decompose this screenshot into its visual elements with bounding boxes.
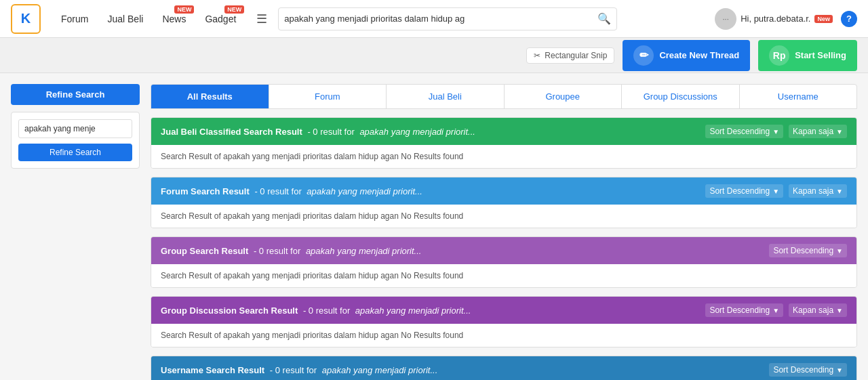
sort-dropdown-group[interactable]: Sort Descending ▼ [769,244,847,257]
sort-chevron-username: ▼ [836,366,843,374]
help-button[interactable]: ? [841,11,857,27]
result-title-jual-beli: Jual Beli Classified Search Result [161,127,302,137]
refine-search-top-button[interactable]: Refine Search [11,84,140,105]
sort-label-jual-beli: Sort Descending [709,127,770,136]
sort-label-forum: Sort Descending [709,186,770,196]
result-meta-group: - 0 result for [251,246,300,256]
start-selling-button[interactable]: Rp Start Selling [758,40,857,71]
main-content: Refine Search Refine Search All Results … [0,73,868,380]
create-thread-icon: ✏ [633,45,654,66]
result-body-jual-beli: Search Result of apakah yang menjadi pri… [151,145,856,168]
result-section-group: Group Search Result - 0 result for apaka… [151,236,857,288]
result-meta-group-discussion: - 0 result for [300,305,350,316]
result-header-right-forum: Sort Descending ▼ Kapan saja▼ [705,184,847,198]
snip-label: Rectangular Snip [545,51,607,60]
result-header-left-group: Group Search Result - 0 result for apaka… [161,246,421,256]
sort-chevron-group-discussion: ▼ [772,307,779,314]
start-selling-label: Start Selling [795,50,846,60]
nav-gadget[interactable]: Gadget NEW [195,0,245,38]
result-body-text-group-discussion: Search Result of apakah yang menjadi pri… [161,331,463,340]
sort-dropdown-group-discussion[interactable]: Sort Descending ▼ [705,303,783,317]
result-query-jual-beli: apakah yang menjadi priorit... [357,127,475,137]
result-title-group: Group Search Result [161,246,248,256]
result-body-text-jual-beli: Search Result of apakah yang menjadi pri… [161,152,463,161]
result-title-group-discussion: Group Discussion Search Result [161,305,298,316]
nav-jual-beli[interactable]: Jual Beli [98,0,153,38]
sort-label-group-discussion: Sort Descending [709,305,770,315]
result-header-left-group-discussion: Group Discussion Search Result - 0 resul… [161,305,471,316]
search-button[interactable]: 🔍 [597,12,611,25]
kapan-dropdown-group-discussion[interactable]: Kapan saja▼ [789,303,847,317]
sort-dropdown-forum[interactable]: Sort Descending ▼ [705,184,783,198]
tab-all-results[interactable]: All Results [151,85,269,108]
user-info: ··· Hi, putra.debata.r. New [715,8,833,30]
result-header-right-username: Sort Descending ▼ [769,363,847,377]
result-query-forum: apakah yang menjadi priorit... [304,186,422,196]
result-header-left-forum: Forum Search Result - 0 result for apaka… [161,186,422,196]
kapan-label-forum: Kapan saja [793,186,833,196]
result-header-right-group: Sort Descending ▼ [769,244,847,257]
tab-forum[interactable]: Forum [269,85,387,108]
tab-group-discussions[interactable]: Group Discussions [622,85,740,108]
kapan-label-jual-beli: Kapan saja [793,127,833,136]
sort-chevron-forum: ▼ [772,188,779,195]
kapan-chevron-forum: ▼ [836,188,843,195]
sort-dropdown-username[interactable]: Sort Descending ▼ [769,363,847,377]
result-query-group-discussion: apakah yang menjadi priorit... [353,305,471,316]
user-new-badge: New [814,15,833,23]
header: K Forum Jual Beli News NEW Gadget NEW ☰ … [0,0,868,38]
result-section-jual-beli: Jual Beli Classified Search Result - 0 r… [151,117,857,169]
sidebar-search-input[interactable] [18,119,132,138]
kapan-chevron-group-discussion: ▼ [836,307,843,314]
sort-chevron-jual-beli: ▼ [772,128,779,135]
results-container: Jual Beli Classified Search Result - 0 r… [151,117,857,380]
refine-search-button[interactable]: Refine Search [18,144,132,161]
sidebar: Refine Search Refine Search [11,84,140,380]
gadget-new-badge: NEW [224,5,244,14]
kapan-label-group-discussion: Kapan saja [793,305,833,315]
tab-username[interactable]: Username [740,85,857,108]
result-meta-forum: - 0 result for [252,186,302,196]
tab-groupee[interactable]: Groupee [505,85,623,108]
result-body-group-discussion: Search Result of apakah yang menjadi pri… [151,324,856,347]
news-new-badge: NEW [174,5,194,14]
create-thread-label: Create New Thread [659,50,739,60]
result-header-left-jual-beli: Jual Beli Classified Search Result - 0 r… [161,127,475,137]
hamburger-icon[interactable]: ☰ [251,12,273,26]
logo[interactable]: K [11,4,41,34]
nav-news[interactable]: News NEW [153,0,195,38]
sidebar-search-box: Refine Search [11,112,140,169]
result-header-right-group-discussion: Sort Descending ▼ Kapan saja▼ [705,303,847,317]
result-header-group: Group Search Result - 0 result for apaka… [151,237,856,264]
result-header-forum: Forum Search Result - 0 result for apaka… [151,177,856,205]
nav-forum[interactable]: Forum [52,0,98,38]
result-header-right-jual-beli: Sort Descending ▼ Kapan saja▼ [705,125,847,138]
result-section-forum: Forum Search Result - 0 result for apaka… [151,177,857,228]
result-header-left-username: Username Search Result - 0 result for ap… [161,365,437,375]
main-nav: Forum Jual Beli News NEW Gadget NEW [52,0,245,38]
result-header-username: Username Search Result - 0 result for ap… [151,356,856,380]
result-query-group: apakah yang menjadi priorit... [303,246,421,256]
result-meta-jual-beli: - 0 result for [305,127,355,137]
result-section-username: Username Search Result - 0 result for ap… [151,356,857,380]
sort-dropdown-jual-beli[interactable]: Sort Descending ▼ [705,125,783,138]
create-thread-button[interactable]: ✏ Create New Thread [623,40,750,71]
kapan-dropdown-forum[interactable]: Kapan saja▼ [789,184,847,198]
header-right: ··· Hi, putra.debata.r. New ? [715,8,857,30]
tab-jual-beli[interactable]: Jual Beli [387,85,505,108]
result-header-group-discussion: Group Discussion Search Result - 0 resul… [151,297,856,324]
result-header-jual-beli: Jual Beli Classified Search Result - 0 r… [151,118,856,145]
result-query-username: apakah yang menjadi priorit... [319,365,437,375]
sort-chevron-group: ▼ [836,247,843,255]
search-input[interactable] [284,14,597,24]
search-bar: 🔍 [278,7,617,30]
result-body-text-forum: Search Result of apakah yang menjadi pri… [161,211,463,221]
kapan-chevron-jual-beli: ▼ [836,128,843,135]
snip-icon: ✂ [534,51,540,60]
result-meta-username: - 0 result for [267,365,317,375]
kapan-dropdown-jual-beli[interactable]: Kapan saja▼ [789,125,847,138]
result-title-forum: Forum Search Result [161,186,250,196]
toolbar: ✂ Rectangular Snip ✏ Create New Thread R… [0,38,868,73]
snip-tool[interactable]: ✂ Rectangular Snip [526,47,614,64]
user-name: Hi, putra.debata.r. [741,14,810,24]
